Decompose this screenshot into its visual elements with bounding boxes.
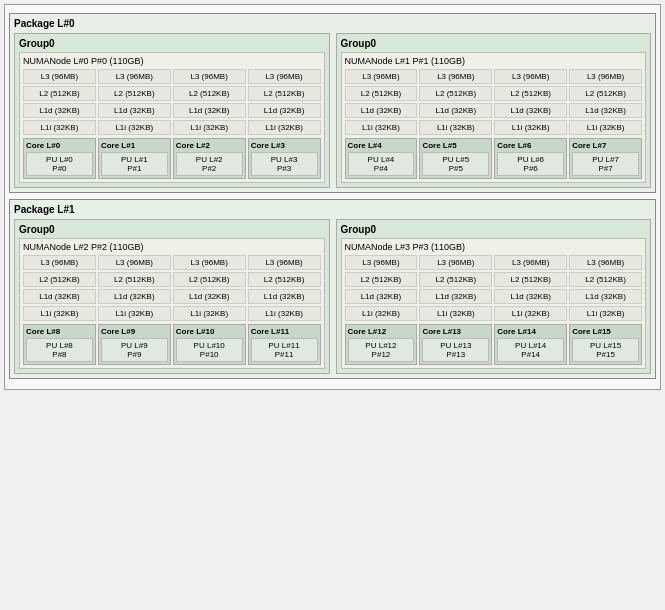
core-title-1-0-2: Core L#10 bbox=[176, 327, 243, 336]
cache-cell-1-1-0-2: L3 (96MB) bbox=[494, 255, 567, 270]
cache-cell-1-0-2-0: L1d (32KB) bbox=[23, 289, 96, 304]
group-1-0: Group0NUMANode L#2 P#2 (110GB)L3 (96MB)L… bbox=[14, 219, 330, 374]
core-box-0-1-0: Core L#4PU L#4 P#4 bbox=[345, 138, 418, 179]
cache-row-0-1-0: L3 (96MB)L3 (96MB)L3 (96MB)L3 (96MB) bbox=[345, 69, 643, 84]
core-box-1-0-2: Core L#10PU L#10 P#10 bbox=[173, 324, 246, 365]
pu-box-0-1-1: PU L#5 P#5 bbox=[422, 152, 489, 176]
cache-cell-1-0-0-3: L3 (96MB) bbox=[248, 255, 321, 270]
cache-cell-1-1-2-3: L1d (32KB) bbox=[569, 289, 642, 304]
core-title-1-0-1: Core L#9 bbox=[101, 327, 168, 336]
cache-cell-1-0-2-1: L1d (32KB) bbox=[98, 289, 171, 304]
core-box-0-1-1: Core L#5PU L#5 P#5 bbox=[419, 138, 492, 179]
core-box-0-0-1: Core L#1PU L#1 P#1 bbox=[98, 138, 171, 179]
cache-cell-1-1-1-2: L2 (512KB) bbox=[494, 272, 567, 287]
numa-box-1-0: NUMANode L#2 P#2 (110GB)L3 (96MB)L3 (96M… bbox=[19, 238, 325, 369]
cache-cell-1-1-3-1: L1i (32KB) bbox=[419, 306, 492, 321]
core-box-0-0-2: Core L#2PU L#2 P#2 bbox=[173, 138, 246, 179]
pu-box-0-1-3: PU L#7 P#7 bbox=[572, 152, 639, 176]
numa-box-0-0: NUMANode L#0 P#0 (110GB)L3 (96MB)L3 (96M… bbox=[19, 52, 325, 183]
group-title-1-1: Group0 bbox=[341, 224, 647, 235]
cache-cell-0-1-0-3: L3 (96MB) bbox=[569, 69, 642, 84]
cache-row-1-1-3: L1i (32KB)L1i (32KB)L1i (32KB)L1i (32KB) bbox=[345, 306, 643, 321]
core-box-1-1-2: Core L#14PU L#14 P#14 bbox=[494, 324, 567, 365]
pu-box-1-0-1: PU L#9 P#9 bbox=[101, 338, 168, 362]
pu-box-0-0-3: PU L#3 P#3 bbox=[251, 152, 318, 176]
pu-box-0-1-0: PU L#4 P#4 bbox=[348, 152, 415, 176]
cache-cell-0-1-1-0: L2 (512KB) bbox=[345, 86, 418, 101]
cache-cell-1-0-1-1: L2 (512KB) bbox=[98, 272, 171, 287]
package-title-0: Package L#0 bbox=[14, 18, 651, 29]
cache-cell-0-1-2-0: L1d (32KB) bbox=[345, 103, 418, 118]
cache-row-1-1-2: L1d (32KB)L1d (32KB)L1d (32KB)L1d (32KB) bbox=[345, 289, 643, 304]
cache-cell-1-1-0-0: L3 (96MB) bbox=[345, 255, 418, 270]
core-title-1-1-1: Core L#13 bbox=[422, 327, 489, 336]
cache-cell-1-0-3-3: L1i (32KB) bbox=[248, 306, 321, 321]
core-box-0-1-2: Core L#6PU L#6 P#6 bbox=[494, 138, 567, 179]
core-title-1-1-0: Core L#12 bbox=[348, 327, 415, 336]
core-title-0-1-1: Core L#5 bbox=[422, 141, 489, 150]
group-title-0-0: Group0 bbox=[19, 38, 325, 49]
core-title-1-0-0: Core L#8 bbox=[26, 327, 93, 336]
core-title-0-1-0: Core L#4 bbox=[348, 141, 415, 150]
groups-row-0: Group0NUMANode L#0 P#0 (110GB)L3 (96MB)L… bbox=[14, 33, 651, 188]
cache-cell-1-0-3-1: L1i (32KB) bbox=[98, 306, 171, 321]
core-title-1-1-3: Core L#15 bbox=[572, 327, 639, 336]
cache-cell-0-0-2-0: L1d (32KB) bbox=[23, 103, 96, 118]
cache-cell-0-1-1-1: L2 (512KB) bbox=[419, 86, 492, 101]
cache-cell-1-0-3-0: L1i (32KB) bbox=[23, 306, 96, 321]
cache-cell-0-0-2-3: L1d (32KB) bbox=[248, 103, 321, 118]
cache-row-0-0-0: L3 (96MB)L3 (96MB)L3 (96MB)L3 (96MB) bbox=[23, 69, 321, 84]
cache-cell-0-0-0-3: L3 (96MB) bbox=[248, 69, 321, 84]
pu-box-1-1-1: PU L#13 P#13 bbox=[422, 338, 489, 362]
cache-cell-1-1-1-1: L2 (512KB) bbox=[419, 272, 492, 287]
package-title-1: Package L#1 bbox=[14, 204, 651, 215]
cache-row-1-0-2: L1d (32KB)L1d (32KB)L1d (32KB)L1d (32KB) bbox=[23, 289, 321, 304]
core-box-0-1-3: Core L#7PU L#7 P#7 bbox=[569, 138, 642, 179]
cache-cell-0-1-3-3: L1i (32KB) bbox=[569, 120, 642, 135]
cache-cell-0-0-3-2: L1i (32KB) bbox=[173, 120, 246, 135]
cache-row-1-1-0: L3 (96MB)L3 (96MB)L3 (96MB)L3 (96MB) bbox=[345, 255, 643, 270]
numa-box-0-1: NUMANode L#1 P#1 (110GB)L3 (96MB)L3 (96M… bbox=[341, 52, 647, 183]
cache-cell-1-0-1-3: L2 (512KB) bbox=[248, 272, 321, 287]
cache-cell-1-0-1-0: L2 (512KB) bbox=[23, 272, 96, 287]
cache-cell-0-0-2-2: L1d (32KB) bbox=[173, 103, 246, 118]
cache-row-0-1-2: L1d (32KB)L1d (32KB)L1d (32KB)L1d (32KB) bbox=[345, 103, 643, 118]
cores-row-0-1: Core L#4PU L#4 P#4Core L#5PU L#5 P#5Core… bbox=[345, 138, 643, 179]
cache-cell-0-1-1-3: L2 (512KB) bbox=[569, 86, 642, 101]
cache-cell-0-1-1-2: L2 (512KB) bbox=[494, 86, 567, 101]
cache-row-0-1-1: L2 (512KB)L2 (512KB)L2 (512KB)L2 (512KB) bbox=[345, 86, 643, 101]
core-box-1-0-0: Core L#8PU L#8 P#8 bbox=[23, 324, 96, 365]
cache-cell-1-1-3-0: L1i (32KB) bbox=[345, 306, 418, 321]
numa-title-0-1: NUMANode L#1 P#1 (110GB) bbox=[345, 56, 643, 66]
cache-row-0-1-3: L1i (32KB)L1i (32KB)L1i (32KB)L1i (32KB) bbox=[345, 120, 643, 135]
group-title-1-0: Group0 bbox=[19, 224, 325, 235]
cache-cell-0-1-0-2: L3 (96MB) bbox=[494, 69, 567, 84]
core-box-1-1-0: Core L#12PU L#12 P#12 bbox=[345, 324, 418, 365]
numa-title-1-1: NUMANode L#3 P#3 (110GB) bbox=[345, 242, 643, 252]
packages-container: Package L#0Group0NUMANode L#0 P#0 (110GB… bbox=[9, 13, 656, 379]
group-title-0-1: Group0 bbox=[341, 38, 647, 49]
pu-box-1-1-0: PU L#12 P#12 bbox=[348, 338, 415, 362]
core-title-0-0-0: Core L#0 bbox=[26, 141, 93, 150]
cache-cell-1-1-0-1: L3 (96MB) bbox=[419, 255, 492, 270]
cache-cell-0-0-3-3: L1i (32KB) bbox=[248, 120, 321, 135]
cache-row-1-1-1: L2 (512KB)L2 (512KB)L2 (512KB)L2 (512KB) bbox=[345, 272, 643, 287]
cache-cell-0-0-2-1: L1d (32KB) bbox=[98, 103, 171, 118]
cache-cell-1-1-1-3: L2 (512KB) bbox=[569, 272, 642, 287]
cache-cell-0-0-1-0: L2 (512KB) bbox=[23, 86, 96, 101]
pu-box-1-0-2: PU L#10 P#10 bbox=[176, 338, 243, 362]
cache-cell-1-0-2-3: L1d (32KB) bbox=[248, 289, 321, 304]
core-title-1-0-3: Core L#11 bbox=[251, 327, 318, 336]
cache-cell-0-1-2-2: L1d (32KB) bbox=[494, 103, 567, 118]
cache-cell-1-1-3-2: L1i (32KB) bbox=[494, 306, 567, 321]
core-box-1-0-1: Core L#9PU L#9 P#9 bbox=[98, 324, 171, 365]
package-0: Package L#0Group0NUMANode L#0 P#0 (110GB… bbox=[9, 13, 656, 193]
pu-box-0-1-2: PU L#6 P#6 bbox=[497, 152, 564, 176]
cache-cell-1-0-1-2: L2 (512KB) bbox=[173, 272, 246, 287]
cache-cell-1-0-2-2: L1d (32KB) bbox=[173, 289, 246, 304]
cache-cell-1-1-2-2: L1d (32KB) bbox=[494, 289, 567, 304]
core-title-0-0-3: Core L#3 bbox=[251, 141, 318, 150]
cache-cell-0-1-0-0: L3 (96MB) bbox=[345, 69, 418, 84]
core-title-0-0-2: Core L#2 bbox=[176, 141, 243, 150]
cache-cell-0-0-3-1: L1i (32KB) bbox=[98, 120, 171, 135]
